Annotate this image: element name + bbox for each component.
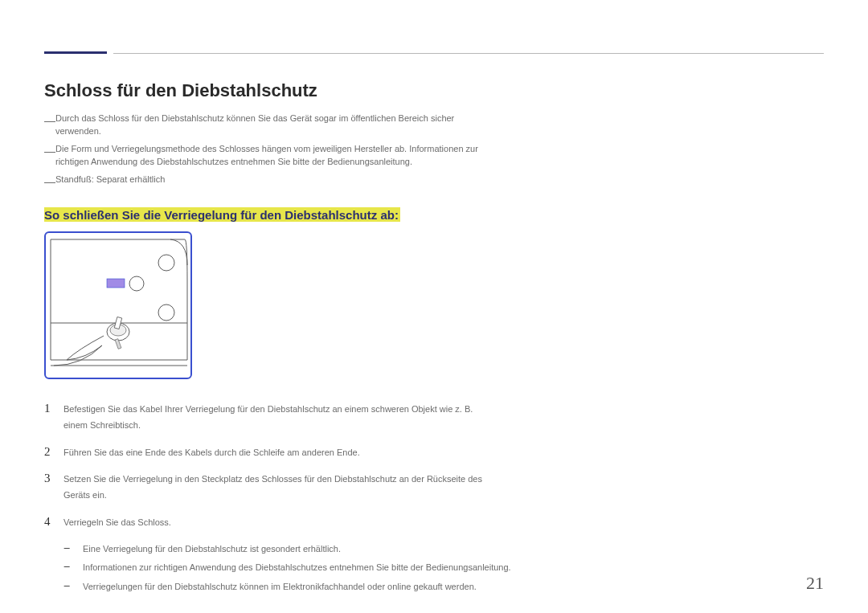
lock-diagram-svg — [46, 233, 194, 381]
step-number: 3 — [44, 472, 63, 484]
sub-note-text: Informationen zur richtigen Anwendung de… — [83, 561, 511, 575]
note-item: ― Die Form und Verriegelungsmethode des … — [44, 143, 494, 169]
svg-rect-5 — [107, 279, 125, 288]
svg-point-1 — [129, 276, 144, 291]
sub-notes-list: ‒ Eine Verriegelung für den Diebstahlsch… — [44, 542, 607, 595]
sub-note-text: Verriegelungen für den Diebstahlschutz k… — [83, 580, 477, 595]
header-rule — [44, 51, 824, 54]
page-number: 21 — [806, 573, 824, 594]
step-number: 4 — [44, 515, 63, 528]
step-number: 1 — [44, 402, 63, 415]
lock-diagram — [44, 231, 192, 379]
accent-bar — [44, 51, 107, 54]
note-item: ― Durch das Schloss für den Diebstahlsch… — [44, 112, 494, 138]
sub-heading: So schließen Sie die Verriegelung für de… — [44, 207, 400, 222]
step-item: 4 Verriegeln Sie das Schloss. — [44, 515, 494, 531]
svg-point-3 — [158, 304, 174, 321]
bullet-icon: ‒ — [63, 542, 83, 553]
dash-icon: ― — [44, 174, 55, 190]
sub-note-text: Eine Verriegelung für den Diebstahlschut… — [83, 542, 341, 557]
main-content: Schloss für den Diebstahlschutz ― Durch … — [44, 80, 607, 599]
note-text: Die Form und Verriegelungsmethode des Sc… — [55, 143, 494, 169]
sub-note-item: ‒ Informationen zur richtigen Anwendung … — [63, 561, 514, 575]
sub-note-item: ‒ Eine Verriegelung für den Diebstahlsch… — [63, 542, 514, 557]
step-text: Führen Sie das eine Ende des Kabels durc… — [63, 445, 360, 461]
bullet-icon: ‒ — [63, 561, 83, 571]
sub-note-item: ‒ Verriegelungen für den Diebstahlschutz… — [63, 580, 514, 595]
divider-line — [113, 53, 824, 54]
step-number: 2 — [44, 445, 63, 458]
dash-icon: ― — [44, 143, 55, 169]
step-text: Befestigen Sie das Kabel Ihrer Verriegel… — [63, 402, 494, 434]
step-item: 1 Befestigen Sie das Kabel Ihrer Verrieg… — [44, 402, 494, 434]
note-item: ― Standfuß: Separat erhältlich — [44, 174, 494, 190]
step-item: 3 Setzen Sie die Verriegelung in den Ste… — [44, 472, 494, 504]
bullet-icon: ‒ — [63, 580, 83, 591]
step-text: Verriegeln Sie das Schloss. — [63, 515, 171, 531]
note-text: Durch das Schloss für den Diebstahlschut… — [55, 112, 494, 138]
dash-icon: ― — [44, 112, 55, 138]
svg-point-2 — [158, 255, 174, 271]
note-text: Standfuß: Separat erhältlich — [55, 174, 165, 190]
steps-list: 1 Befestigen Sie das Kabel Ihrer Verrieg… — [44, 402, 607, 531]
step-text: Setzen Sie die Verriegelung in den Steck… — [63, 472, 494, 504]
section-heading: Schloss für den Diebstahlschutz — [44, 80, 607, 101]
step-item: 2 Führen Sie das eine Ende des Kabels du… — [44, 445, 494, 461]
